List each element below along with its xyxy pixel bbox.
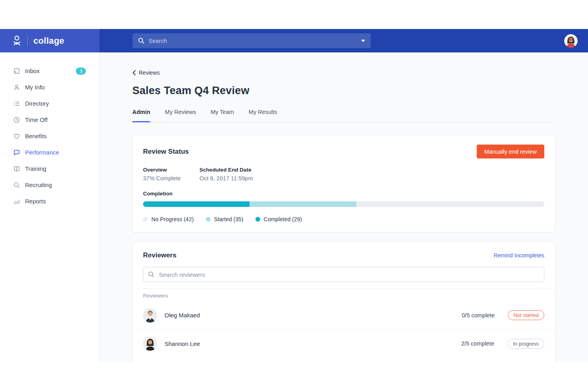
top-navbar: collage bbox=[0, 29, 588, 52]
legend-item-started: Started (35) bbox=[206, 216, 244, 222]
completion-label: Completion bbox=[143, 191, 544, 197]
progress-legend: No Progress (42) Started (35) Completed … bbox=[143, 216, 544, 222]
sidebar: Inbox 3 My Info Directory bbox=[0, 52, 99, 362]
breadcrumb[interactable]: Reviews bbox=[132, 70, 160, 76]
sidebar-item-benefits[interactable]: Benefits bbox=[0, 128, 99, 144]
reviewers-section-label: Reviewers bbox=[132, 288, 555, 301]
status-badge: Not started bbox=[508, 310, 544, 320]
page-top-margin bbox=[0, 0, 588, 29]
book-icon bbox=[13, 165, 20, 172]
reviewer-row[interactable]: Shannon Lee 2/5 complete In progress bbox=[132, 329, 555, 357]
reviewer-avatar bbox=[143, 336, 157, 351]
tab-my-team[interactable]: My Team bbox=[211, 109, 234, 122]
sidebar-item-training[interactable]: Training bbox=[0, 160, 99, 177]
tab-bar: Admin My Reviews My Team My Results bbox=[132, 109, 555, 122]
progress-segment-completed bbox=[143, 201, 250, 207]
chevron-left-icon bbox=[132, 70, 136, 75]
sidebar-item-time-off[interactable]: Time Off bbox=[0, 112, 99, 128]
global-search[interactable] bbox=[133, 33, 371, 48]
tab-admin[interactable]: Admin bbox=[132, 109, 150, 122]
clock-icon bbox=[13, 116, 20, 124]
list-icon bbox=[13, 100, 20, 107]
sidebar-item-inbox[interactable]: Inbox 3 bbox=[0, 63, 99, 79]
legend-label: No Progress (42) bbox=[151, 216, 194, 222]
reviewer-name: Oleg Makaed bbox=[164, 312, 200, 319]
person-icon bbox=[13, 84, 20, 91]
sidebar-item-label: Reports bbox=[25, 198, 46, 205]
main-content: Reviews Sales Team Q4 Review Admin My Re… bbox=[99, 52, 588, 362]
sidebar-item-performance[interactable]: Performance bbox=[0, 144, 99, 160]
search-icon bbox=[138, 37, 145, 44]
search-icon bbox=[148, 271, 155, 278]
reviewers-list: Reviewers Oleg Makaed 0/5 complete bbox=[132, 288, 555, 357]
review-status-title: Review Status bbox=[143, 148, 189, 156]
user-avatar[interactable] bbox=[564, 34, 578, 48]
heart-icon bbox=[13, 133, 20, 140]
sidebar-item-label: Performance bbox=[25, 149, 59, 156]
end-date-value: Oct 8, 2017 11:59pm bbox=[199, 175, 253, 182]
inbox-count-badge: 3 bbox=[76, 68, 86, 75]
sidebar-item-label: Time Off bbox=[25, 116, 48, 123]
reviewer-progress: 2/5 complete bbox=[461, 340, 494, 347]
reviewer-progress: 0/5 complete bbox=[462, 312, 495, 319]
tab-my-results[interactable]: My Results bbox=[249, 109, 277, 122]
sidebar-item-label: Inbox bbox=[25, 68, 40, 74]
legend-label: Completed (29) bbox=[264, 216, 302, 222]
bar-chart-icon bbox=[13, 198, 20, 205]
no-progress-dot-icon bbox=[143, 217, 148, 222]
tab-my-reviews[interactable]: My Reviews bbox=[165, 109, 196, 122]
end-date-block: Scheduled End Date Oct 8, 2017 11:59pm bbox=[199, 167, 253, 182]
reviewers-card: Reviewers Remind Incompletes Reviewers bbox=[132, 242, 555, 362]
reviewers-search[interactable] bbox=[143, 267, 544, 282]
brand-name: collage bbox=[33, 36, 64, 46]
brand-divider bbox=[27, 36, 28, 46]
sidebar-item-reports[interactable]: Reports bbox=[0, 193, 99, 209]
navbar-main bbox=[99, 29, 588, 52]
completion-progress-bar bbox=[143, 201, 544, 207]
review-status-card: Review Status Manually end review Overvi… bbox=[132, 135, 555, 232]
completed-dot-icon bbox=[255, 217, 260, 222]
sidebar-item-label: My Info bbox=[25, 84, 44, 91]
sidebar-item-my-info[interactable]: My Info bbox=[0, 79, 99, 95]
end-date-label: Scheduled End Date bbox=[199, 167, 253, 173]
sidebar-item-label: Directory bbox=[25, 100, 49, 107]
legend-item-no-progress: No Progress (42) bbox=[143, 216, 194, 222]
started-dot-icon bbox=[206, 217, 211, 222]
reviewers-title: Reviewers bbox=[143, 251, 176, 259]
reviewer-row[interactable]: Oleg Makaed 0/5 complete Not started bbox=[132, 301, 555, 329]
overview-label: Overview bbox=[143, 167, 181, 173]
sidebar-item-directory[interactable]: Directory bbox=[0, 95, 99, 112]
sidebar-item-label: Recruiting bbox=[25, 182, 52, 188]
overview-value: 37% Complete bbox=[143, 175, 181, 182]
inbox-icon bbox=[13, 68, 20, 75]
search-scope-caret-icon[interactable] bbox=[361, 40, 365, 42]
global-search-input[interactable] bbox=[145, 38, 361, 44]
brand-area[interactable]: collage bbox=[0, 29, 99, 52]
sidebar-item-recruiting[interactable]: Recruiting bbox=[0, 177, 99, 193]
page-title: Sales Team Q4 Review bbox=[132, 85, 555, 97]
status-badge: In progress bbox=[507, 339, 544, 349]
reviewer-name: Shannon Lee bbox=[164, 340, 200, 347]
sidebar-item-label: Training bbox=[25, 165, 46, 172]
chat-icon bbox=[13, 149, 20, 156]
search-icon bbox=[13, 182, 20, 189]
remind-incompletes-link[interactable]: Remind Incompletes bbox=[493, 252, 544, 259]
legend-label: Started (35) bbox=[214, 216, 244, 222]
reviewer-avatar bbox=[143, 308, 157, 322]
collage-logo-icon bbox=[12, 35, 22, 46]
manually-end-review-button[interactable]: Manually end review bbox=[477, 145, 544, 158]
legend-item-completed: Completed (29) bbox=[255, 216, 302, 222]
sidebar-item-label: Benefits bbox=[25, 133, 46, 139]
progress-segment-started bbox=[250, 201, 357, 207]
reviewers-search-input[interactable] bbox=[143, 267, 544, 282]
breadcrumb-label: Reviews bbox=[139, 70, 160, 76]
overview-block: Overview 37% Complete bbox=[143, 167, 181, 182]
